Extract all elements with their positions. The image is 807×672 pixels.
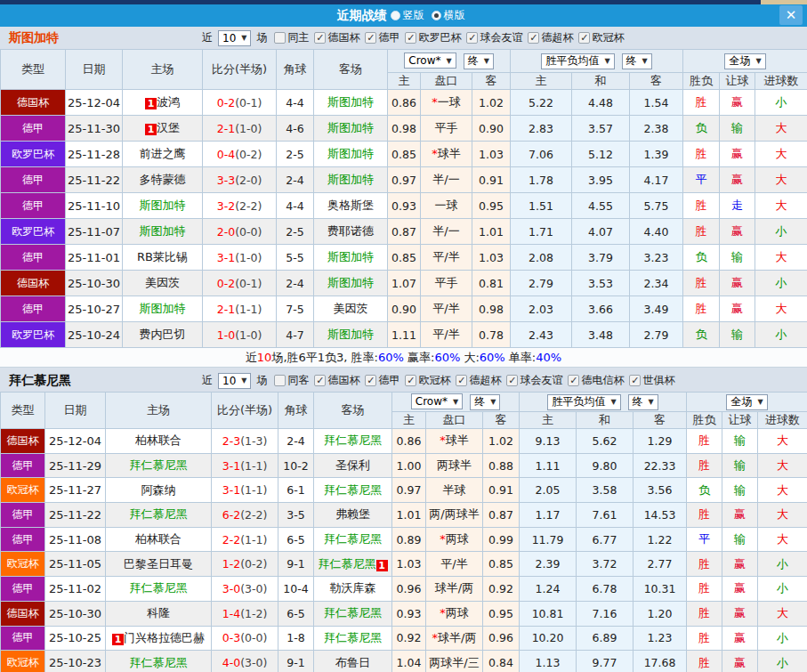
- fulltime-score: 3-3: [217, 174, 235, 187]
- same-venue-label[interactable]: 同主: [287, 30, 309, 45]
- handicap-text: 球半: [438, 147, 461, 160]
- match-score: 2-1(1-0): [203, 116, 277, 142]
- horizontal-layout-label[interactable]: 横版: [444, 8, 465, 23]
- games-count-select[interactable]: 10▼: [218, 30, 251, 46]
- europe-odds-select[interactable]: 胜平负均值▼: [547, 394, 620, 410]
- europe-final-select[interactable]: 终▼: [628, 394, 658, 410]
- league-3-label[interactable]: 球会友谊: [480, 30, 522, 45]
- chevron-down-icon: ▼: [610, 398, 616, 406]
- league-5-label[interactable]: 欧冠杯: [592, 30, 624, 45]
- europe-odds-select[interactable]: 胜平负均值▼: [541, 53, 614, 69]
- home-team: RB莱比锡: [123, 245, 203, 271]
- league-4-label[interactable]: 球会友谊: [520, 373, 562, 388]
- league-1-checkbox[interactable]: [365, 375, 376, 386]
- league-0-checkbox[interactable]: [314, 375, 326, 386]
- vertical-layout-label[interactable]: 竖版: [403, 8, 424, 23]
- europe-odds-group: 胜平负均值▼终▼: [511, 50, 683, 73]
- europe-away-odds: 1.23: [633, 626, 687, 651]
- league-3-checkbox[interactable]: [456, 375, 467, 386]
- europe-away-odds: 3.23: [630, 245, 683, 271]
- league-6-label[interactable]: 世俱杯: [642, 373, 674, 388]
- league-4-label[interactable]: 德超杯: [541, 30, 573, 45]
- odds-source-select[interactable]: Crow*▼: [404, 53, 456, 69]
- halftime-score: (2-0): [235, 174, 262, 187]
- home-team-name: 柏林联合: [135, 433, 182, 447]
- halftime-score: (0-2): [240, 557, 267, 571]
- match-score: 4-0(3-0): [212, 651, 278, 672]
- fulltime-score: 1-4: [222, 607, 240, 620]
- close-icon[interactable]: ✕: [779, 5, 803, 25]
- handicap-line: 两/两球半: [426, 503, 483, 528]
- same-venue-checkbox[interactable]: [274, 32, 286, 44]
- fulltime-score: 4-0: [222, 656, 240, 669]
- league-0-checkbox[interactable]: [314, 32, 326, 44]
- vertical-layout-radio[interactable]: [391, 11, 400, 20]
- league-2-label[interactable]: 欧罗巴杯: [418, 30, 461, 45]
- match-scope-select[interactable]: 全场▼: [724, 53, 765, 69]
- europe-draw-odds: 3.72: [577, 552, 633, 577]
- games-count-select[interactable]: 10▼: [218, 373, 251, 389]
- league-type-badge: 德甲: [1, 296, 66, 322]
- europe-draw-odds: 6.78: [577, 577, 633, 602]
- corner-count: 9-1: [278, 552, 314, 577]
- league-3-label[interactable]: 德超杯: [469, 373, 501, 388]
- league-1-checkbox[interactable]: [365, 32, 376, 44]
- halftime-score: (0-2): [235, 148, 262, 161]
- match-scope-select[interactable]: 全场▼: [726, 394, 767, 410]
- popup-title: 近期战绩: [337, 8, 387, 24]
- result-handicap: 赢: [722, 601, 758, 626]
- horizontal-layout-radio[interactable]: [432, 11, 441, 20]
- match-score: 2-1(1-1): [203, 296, 277, 322]
- handicap-home-odds: 0.97: [388, 167, 421, 193]
- home-team: 阿森纳: [106, 478, 212, 503]
- result-win-draw-loss: 负: [683, 322, 720, 348]
- league-4-checkbox[interactable]: [506, 375, 518, 386]
- same-venue-label[interactable]: 同客: [287, 373, 309, 388]
- league-1-label[interactable]: 德甲: [378, 30, 399, 45]
- handicap-away-odds: 1.02: [483, 429, 520, 454]
- away-team-name: 布鲁日: [335, 656, 370, 669]
- league-2-label[interactable]: 欧冠杯: [418, 373, 450, 388]
- odds-final-select[interactable]: 终▼: [464, 53, 494, 69]
- fulltime-score: 2-1: [217, 122, 235, 135]
- result-goals: 大: [755, 193, 807, 219]
- halftime-score: (1-1): [240, 483, 267, 497]
- europe-away-odds: 1.29: [633, 429, 687, 454]
- chevron-down-icon: ▼: [642, 57, 648, 65]
- league-2-checkbox[interactable]: [405, 375, 416, 386]
- result-win-draw-loss: 胜: [687, 626, 722, 651]
- league-1-label[interactable]: 德甲: [378, 373, 399, 388]
- league-0-label[interactable]: 德国杯: [327, 373, 359, 388]
- league-6-checkbox[interactable]: [629, 375, 641, 386]
- league-2-checkbox[interactable]: [405, 32, 416, 44]
- sub-header-6: 胜负: [687, 412, 722, 429]
- league-4-checkbox[interactable]: [528, 32, 539, 44]
- match-row: 德甲25-11-10斯图加特3-2(2-2)4-4奥格斯堡0.93一球0.951…: [1, 193, 807, 219]
- halftime-score: (1-1): [240, 459, 267, 473]
- europe-home-odds: 2.43: [511, 322, 572, 348]
- handicap-line: 平手: [421, 116, 472, 142]
- result-goals: 大: [755, 167, 807, 193]
- league-5-checkbox[interactable]: [568, 375, 579, 386]
- odds-final-select[interactable]: 终▼: [470, 394, 500, 410]
- away-team-name: 斯图加特: [327, 328, 374, 341]
- handicap-away-odds: 0.87: [483, 503, 520, 528]
- corner-count: 7-5: [277, 296, 314, 322]
- home-team: 拜仁慕尼黑: [106, 651, 212, 672]
- summary-part-2: 场,胜6平1负3, 胜率:: [271, 350, 378, 366]
- corner-count: 1-8: [278, 626, 314, 651]
- result-win-draw-loss: 胜: [687, 601, 722, 626]
- same-venue-checkbox[interactable]: [274, 375, 286, 386]
- handicap-line: 平/半: [421, 245, 472, 271]
- handicap-away-odds: 0.95: [472, 193, 511, 219]
- league-3-checkbox[interactable]: [466, 32, 478, 44]
- league-5-label[interactable]: 德电信杯: [581, 373, 624, 388]
- match-row: 德甲25-10-251门兴格拉德巴赫0-3(0-0)1-8拜仁慕尼黑0.92*球…: [1, 626, 807, 651]
- league-0-label[interactable]: 德国杯: [327, 30, 359, 45]
- league-5-checkbox[interactable]: [578, 32, 590, 44]
- europe-final-select[interactable]: 终▼: [622, 53, 652, 69]
- odds-source-select[interactable]: Crow*▼: [411, 393, 463, 409]
- away-team-name: 美因茨: [334, 302, 368, 315]
- result-handicap: 赢: [722, 503, 758, 528]
- fulltime-score: 2-3: [222, 434, 240, 448]
